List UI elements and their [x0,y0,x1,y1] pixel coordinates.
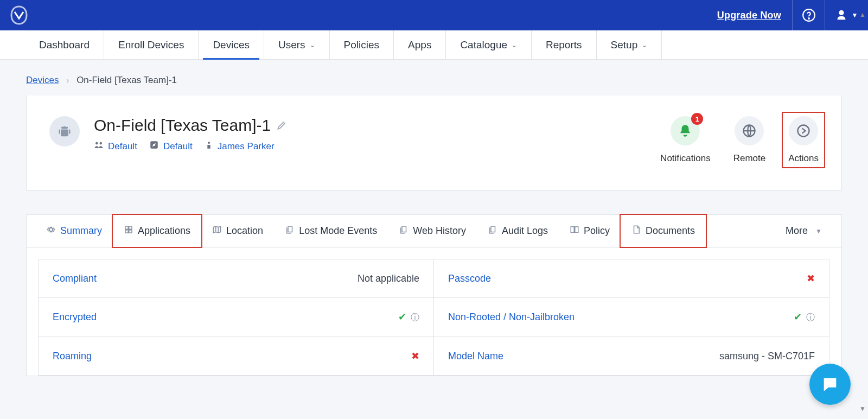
tab-lost-mode-events[interactable]: Lost Mode Events [274,215,388,247]
summary-label[interactable]: Model Name [448,351,503,362]
tab-label: Policy [584,225,610,237]
notifications-action[interactable]: 1 Notifications [660,116,711,164]
breadcrumb-root[interactable]: Devices [26,75,59,86]
help-icon [802,8,816,22]
nav-item-label: Dashboard [39,39,90,51]
svg-rect-4 [59,130,60,134]
chevron-down-icon: ⌄ [642,41,647,49]
caret-down-icon: ▼ [815,227,822,235]
device-actions: 1 Notifications Remote [660,116,819,164]
info-icon[interactable]: ⓘ [411,313,419,322]
actions-action[interactable]: Actions [782,112,825,168]
help-button[interactable] [792,0,825,30]
tab-label: Summary [60,225,102,237]
summary-label[interactable]: Passcode [448,273,491,284]
caret-down-icon: ▼ [852,11,858,19]
breadcrumb-current: On-Field [Texas Team]-1 [76,75,177,86]
device-summary: CompliantNot applicablePasscode✖Encrypte… [27,247,841,376]
copy-icon [488,225,497,237]
summary-label[interactable]: Roaming [53,351,92,362]
nav-item-label: Catalogue [460,39,507,51]
summary-status: ✖ [411,350,419,362]
device-identity: On-Field [Texas Team]-1 Default [49,116,287,153]
device-tabs: SummaryApplicationsLocationLost Mode Eve… [27,215,841,247]
device-owner-link[interactable]: James Parker [205,140,275,153]
nav-item-label: Users [278,39,305,51]
tab-label: Lost Mode Events [299,225,377,237]
nav-item-setup[interactable]: Setup⌄ [597,30,662,59]
device-group-link[interactable]: Default [94,140,137,153]
nav-item-users[interactable]: Users⌄ [264,30,330,59]
svg-point-9 [798,125,809,137]
summary-value: Not applicable [358,273,419,284]
tab-web-history[interactable]: Web History [388,215,477,247]
tab-summary[interactable]: Summary [35,215,113,247]
tab-audit-logs[interactable]: Audit Logs [477,215,559,247]
nav-item-label: Enroll Devices [118,39,184,51]
grid-icon [124,225,133,237]
svg-point-1 [808,18,809,19]
cross-icon: ✖ [807,273,815,284]
summary-label[interactable]: Compliant [53,273,97,284]
tab-more[interactable]: More▼ [775,215,833,246]
doc-icon [631,225,641,237]
device-platform-icon [49,116,80,147]
actions-label: Actions [788,153,819,164]
notifications-label: Notifications [660,153,711,164]
summary-label[interactable]: Encrypted [53,312,97,323]
gear-icon [46,225,56,237]
nav-item-devices[interactable]: Devices [199,30,264,59]
bell-icon [678,124,692,138]
summary-status: ✖ [807,272,815,284]
person-icon [205,140,213,153]
remote-label: Remote [733,153,766,164]
nav-item-policies[interactable]: Policies [330,30,394,59]
check-icon: ✔ [398,312,406,322]
summary-cell: Encrypted✔ⓘ [38,297,434,337]
nav-item-catalogue[interactable]: Catalogue⌄ [446,30,532,59]
tab-label: Audit Logs [502,225,548,237]
remote-action[interactable]: Remote [733,116,766,164]
nav-item-apps[interactable]: Apps [394,30,446,59]
copy-icon [285,225,295,237]
device-tabs-panel: SummaryApplicationsLocationLost Mode Eve… [26,214,842,376]
tab-applications[interactable]: Applications [112,214,202,248]
nav-item-enroll-devices[interactable]: Enroll Devices [104,30,199,59]
info-icon[interactable]: ⓘ [806,313,815,322]
svg-point-7 [208,142,210,144]
chevron-down-icon: ⌄ [512,41,517,49]
tab-label: Web History [413,225,466,237]
summary-row: Encrypted✔ⓘNon-Rooted / Non-Jailbroken✔ⓘ [39,298,829,337]
summary-label[interactable]: Non-Rooted / Non-Jailbroken [448,312,575,323]
nav-item-dashboard[interactable]: Dashboard [25,30,104,59]
summary-value: samsung - SM-C701F [719,351,815,362]
summary-row: Roaming✖Model Namesamsung - SM-C701F [39,337,829,376]
profile-edit-icon [149,140,159,153]
tab-documents[interactable]: Documents [620,214,707,248]
device-name: On-Field [Texas Team]-1 [94,116,271,135]
notifications-badge: 1 [691,113,703,125]
globe-icon [742,123,757,138]
user-icon [835,9,847,21]
nav-item-label: Apps [408,39,431,51]
account-menu[interactable]: ▼ [825,0,868,30]
map-icon [212,225,222,237]
copy-icon [399,225,409,237]
nav-item-label: Reports [546,39,582,51]
brand-logo [8,4,30,27]
nav-item-reports[interactable]: Reports [532,30,597,59]
chat-fab[interactable] [809,364,851,405]
nav-item-label: Devices [213,39,250,51]
device-profile-link[interactable]: Default [149,140,193,153]
tab-location[interactable]: Location [201,215,274,247]
upgrade-link[interactable]: Upgrade Now [706,0,792,30]
tab-policy[interactable]: Policy [559,215,621,247]
edit-device-name-button[interactable] [276,116,287,135]
tab-label: Applications [138,225,190,237]
brand-topbar: Upgrade Now ▼ [0,0,868,30]
summary-cell: Passcode✖ [433,259,829,298]
summary-row: CompliantNot applicablePasscode✖ [39,259,829,298]
summary-cell: Non-Rooted / Non-Jailbroken✔ⓘ [433,297,829,337]
android-icon [57,124,72,139]
chevron-right-icon: › [66,76,69,85]
